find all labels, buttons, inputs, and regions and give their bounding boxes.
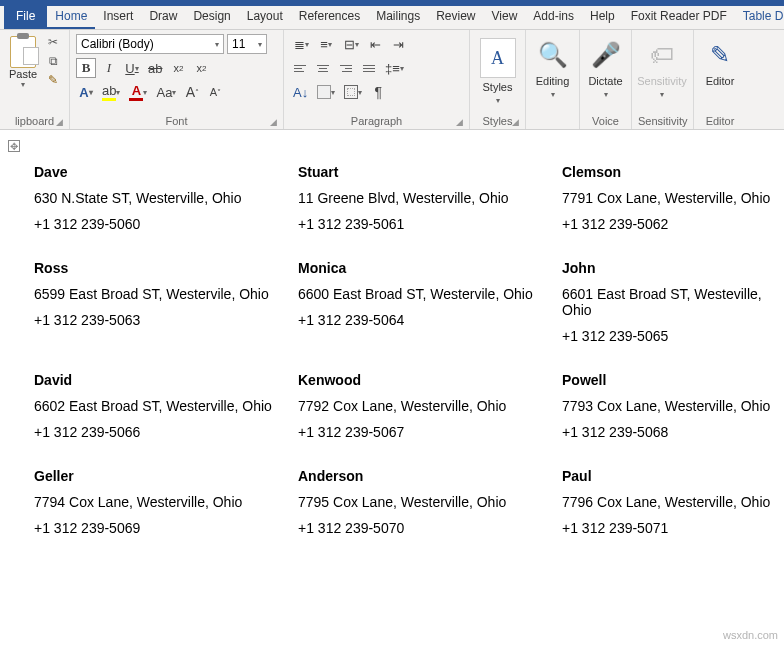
text-effects-button[interactable]: A▾ xyxy=(76,82,96,102)
tab-review[interactable]: Review xyxy=(428,6,483,29)
label-cell[interactable]: Powell7793 Cox Lane, Westerville, Ohio+1… xyxy=(562,362,784,458)
mailing-labels-grid: Dave630 N.State ST, Westerville, Ohio+1 … xyxy=(6,154,784,554)
font-size-combo[interactable]: 11 ▾ xyxy=(227,34,267,54)
tab-help[interactable]: Help xyxy=(582,6,623,29)
subscript-button[interactable]: x2 xyxy=(168,58,188,78)
tab-references[interactable]: References xyxy=(291,6,368,29)
label-cell[interactable]: Stuart11 Greene Blvd, Westerville, Ohio+… xyxy=(298,154,562,250)
numbering-button[interactable]: ≡▾ xyxy=(315,34,337,54)
change-case-button[interactable]: Aa▾ xyxy=(153,82,179,102)
strikethrough-button[interactable]: ab xyxy=(145,58,165,78)
show-marks-button[interactable]: ¶ xyxy=(368,82,388,102)
tab-addins[interactable]: Add-ins xyxy=(525,6,582,29)
editing-button-label: Editing xyxy=(536,75,570,87)
contact-name: Dave xyxy=(34,164,290,180)
chevron-down-icon: ▾ xyxy=(496,96,500,105)
contact-address: 6600 East Broad ST, Westervile, Ohio xyxy=(298,286,554,302)
editor-button[interactable]: ✎ Editor xyxy=(700,34,740,91)
superscript-button[interactable]: x2 xyxy=(191,58,211,78)
sensitivity-button-label: Sensitivity xyxy=(637,75,687,87)
search-icon: 🔍 xyxy=(538,38,568,72)
sort-button[interactable]: A↓ xyxy=(290,82,311,102)
tab-design[interactable]: Design xyxy=(185,6,238,29)
table-move-handle[interactable]: ✥ xyxy=(8,140,20,152)
align-left-button[interactable] xyxy=(290,58,310,78)
paste-label: Paste xyxy=(9,68,37,80)
contact-name: David xyxy=(34,372,290,388)
chevron-down-icon: ▾ xyxy=(258,40,262,49)
tag-icon: 🏷 xyxy=(650,38,674,72)
editing-button[interactable]: 🔍 Editing ▾ xyxy=(532,34,573,103)
tab-home[interactable]: Home xyxy=(47,6,95,29)
dialog-launcher-icon[interactable]: ◢ xyxy=(56,117,63,127)
tab-file[interactable]: File xyxy=(4,6,47,29)
format-painter-button[interactable]: ✎ xyxy=(44,72,62,88)
tab-layout[interactable]: Layout xyxy=(239,6,291,29)
cut-button[interactable]: ✂ xyxy=(44,34,62,50)
contact-phone: +1 312 239-5067 xyxy=(298,424,554,440)
paste-button[interactable]: Paste ▾ xyxy=(6,34,40,91)
grow-font-button[interactable]: A˄ xyxy=(182,82,202,102)
editing-group-label xyxy=(532,114,573,128)
font-color-button[interactable]: A▾ xyxy=(126,82,150,102)
contact-address: 6599 East Broad ST, Westervile, Ohio xyxy=(34,286,290,302)
highlight-button[interactable]: ab▾ xyxy=(99,82,123,102)
tab-insert[interactable]: Insert xyxy=(95,6,141,29)
dialog-launcher-icon[interactable]: ◢ xyxy=(512,117,519,127)
shrink-font-button[interactable]: A˅ xyxy=(205,82,225,102)
contact-address: 7791 Cox Lane, Westerville, Ohio xyxy=(562,190,784,206)
font-name-combo[interactable]: Calibri (Body) ▾ xyxy=(76,34,224,54)
decrease-indent-button[interactable]: ⇤ xyxy=(365,34,385,54)
contact-address: 630 N.State ST, Westerville, Ohio xyxy=(34,190,290,206)
borders-button[interactable]: ▾ xyxy=(341,82,365,102)
contact-address: 7794 Cox Lane, Westerville, Ohio xyxy=(34,494,290,510)
label-cell[interactable]: Geller7794 Cox Lane, Westerville, Ohio+1… xyxy=(34,458,298,554)
contact-name: Anderson xyxy=(298,468,554,484)
bullets-button[interactable]: ≣▾ xyxy=(290,34,312,54)
bold-button[interactable]: B xyxy=(76,58,96,78)
contact-address: 7792 Cox Lane, Westerville, Ohio xyxy=(298,398,554,414)
editor-group-label: Editor xyxy=(700,114,740,128)
contact-address: 11 Greene Blvd, Westerville, Ohio xyxy=(298,190,554,206)
label-cell[interactable]: Clemson7791 Cox Lane, Westerville, Ohio+… xyxy=(562,154,784,250)
dialog-launcher-icon[interactable]: ◢ xyxy=(270,117,277,127)
tab-draw[interactable]: Draw xyxy=(141,6,185,29)
sensitivity-button: 🏷 Sensitivity ▾ xyxy=(638,34,686,103)
clipboard-group-label: lipboard◢ xyxy=(6,114,63,128)
label-cell[interactable]: Anderson7795 Cox Lane, Westerville, Ohio… xyxy=(298,458,562,554)
editor-button-label: Editor xyxy=(706,75,735,87)
label-cell[interactable]: Paul7796 Cox Lane, Westerville, Ohio+1 3… xyxy=(562,458,784,554)
contact-address: 6601 East Broad ST, Westeville, Ohio xyxy=(562,286,784,318)
copy-button[interactable]: ⧉ xyxy=(44,53,62,69)
multilevel-button[interactable]: ⊟▾ xyxy=(340,34,362,54)
shading-button[interactable]: ▾ xyxy=(314,82,338,102)
contact-phone: +1 312 239-5061 xyxy=(298,216,554,232)
tab-foxit[interactable]: Foxit Reader PDF xyxy=(623,6,735,29)
label-cell[interactable]: Kenwood7792 Cox Lane, Westerville, Ohio+… xyxy=(298,362,562,458)
underline-button[interactable]: U▾ xyxy=(122,58,142,78)
font-name-value: Calibri (Body) xyxy=(81,37,154,51)
label-cell[interactable]: Dave630 N.State ST, Westerville, Ohio+1 … xyxy=(34,154,298,250)
contact-name: Geller xyxy=(34,468,290,484)
tab-view[interactable]: View xyxy=(484,6,526,29)
sensitivity-group-label: Sensitivity xyxy=(638,114,687,128)
label-cell[interactable]: John6601 East Broad ST, Westeville, Ohio… xyxy=(562,250,784,362)
label-cell[interactable]: David6602 East Broad ST, Westerville, Oh… xyxy=(34,362,298,458)
tab-table-design[interactable]: Table De xyxy=(735,6,784,29)
dialog-launcher-icon[interactable]: ◢ xyxy=(456,117,463,127)
dictate-button[interactable]: 🎤 Dictate ▾ xyxy=(586,34,625,103)
increase-indent-button[interactable]: ⇥ xyxy=(388,34,408,54)
line-spacing-button[interactable]: ‡≡▾ xyxy=(382,58,407,78)
label-cell[interactable]: Monica6600 East Broad ST, Westervile, Oh… xyxy=(298,250,562,362)
label-cell[interactable]: Ross6599 East Broad ST, Westervile, Ohio… xyxy=(34,250,298,362)
italic-button[interactable]: I xyxy=(99,58,119,78)
styles-button[interactable]: A Styles ▾ xyxy=(476,34,519,109)
justify-button[interactable] xyxy=(359,58,379,78)
font-group-label: Font◢ xyxy=(76,114,277,128)
contact-name: Clemson xyxy=(562,164,784,180)
tab-mailings[interactable]: Mailings xyxy=(368,6,428,29)
ribbon: Paste ▾ ✂ ⧉ ✎ lipboard◢ Calibri (Body) ▾… xyxy=(0,30,784,130)
contact-name: Stuart xyxy=(298,164,554,180)
align-right-button[interactable] xyxy=(336,58,356,78)
align-center-button[interactable] xyxy=(313,58,333,78)
